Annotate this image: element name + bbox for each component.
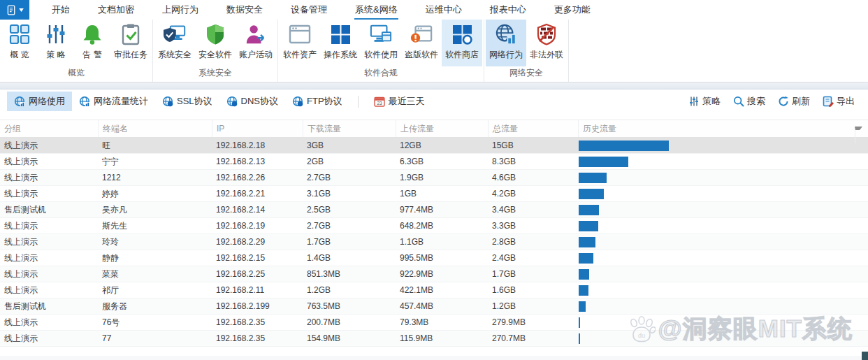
ribbon-item-label: 软件商店 — [445, 49, 479, 61]
ribbon: 概 览 策 略 告 警 — [0, 20, 868, 82]
squares-icon — [329, 23, 352, 45]
cell-history-traffic — [578, 234, 868, 250]
shield-green-icon — [204, 23, 226, 45]
menu-item-doc-encrypt[interactable]: 文档加密 — [84, 0, 148, 20]
globe-icon — [14, 96, 25, 107]
table-row[interactable]: 售后测试机 服务器 192.168.2.199 763.5MB 457.4MB … — [0, 298, 868, 315]
cell-terminal-name: 宁宁 — [98, 156, 212, 168]
export-button[interactable]: 导出 — [816, 95, 861, 108]
cell-total: 4.6GB — [488, 173, 578, 182]
ribbon-item-label: 网络行为 — [489, 49, 523, 61]
sliders-icon — [45, 23, 67, 45]
table-row[interactable]: 线上演示 祁厅 192.168.2.11 1.2GB 422.1MB 1.6GB — [0, 282, 868, 298]
cell-download: 851.3MB — [303, 269, 396, 279]
cell-history-traffic — [578, 282, 868, 298]
table-row[interactable]: 售后测试机 吴亦凡 192.168.2.14 2.5GB 977.4MB 3.4… — [0, 202, 868, 218]
ribbon-item-system-security[interactable]: 系统安全 — [154, 20, 195, 66]
ribbon-item-overview[interactable]: 概 览 — [1, 20, 38, 66]
cell-upload: 922.9MB — [396, 269, 488, 279]
ribbon-item-network-behavior[interactable]: 网络行为 — [486, 20, 526, 66]
table-row[interactable]: 线上演示 宁宁 192.168.2.13 2GB 6.3GB 8.3GB — [0, 154, 868, 170]
cell-terminal-name: 1212 — [98, 173, 212, 182]
table-row[interactable]: 线上演示 玲玲 192.168.2.29 1.7GB 1.1GB 2.8GB — [0, 234, 868, 250]
header-dropdown-caret-icon[interactable] — [855, 127, 862, 143]
ribbon-item-label: 盗版软件 — [405, 49, 438, 61]
column-header-history[interactable]: 历史流量 — [578, 120, 868, 137]
table-row[interactable]: 线上演示 旺 192.168.2.18 3GB 12GB 15GB — [0, 138, 868, 154]
history-traffic-bar — [579, 189, 604, 199]
corner-scrollbar-block[interactable] — [862, 352, 868, 360]
ribbon-item-software-store[interactable]: 软件商店 — [442, 20, 482, 66]
ribbon-group-software-compliance: 软件资产 操作系统 软件使用 — [278, 20, 484, 82]
spacer — [0, 113, 868, 120]
menu-item-web-behavior[interactable]: 上网行为 — [148, 0, 212, 20]
ribbon-item-label: 安全软件 — [198, 49, 232, 61]
table-row[interactable]: 线上演示 静静 192.168.2.15 1.4GB 995.5MB 2.4GB — [0, 250, 868, 266]
column-header-terminal[interactable]: 终端名 — [98, 120, 212, 137]
menu-item-start[interactable]: 开始 — [38, 0, 84, 20]
tab-ssl-protocol[interactable]: SSL协议 — [155, 92, 219, 111]
store-squares-icon — [451, 23, 473, 45]
menu-item-more[interactable]: 更多功能 — [540, 0, 605, 20]
ribbon-item-label: 策 略 — [46, 49, 65, 61]
tab-dns-protocol[interactable]: DNS协议 — [219, 92, 285, 111]
cell-ip: 192.168.2.26 — [212, 173, 303, 182]
table-row[interactable]: 线上演示 77 192.168.2.35 154.9MB 115.9MB 270… — [0, 331, 868, 347]
column-header-upload[interactable]: 上传流量 — [396, 120, 488, 137]
cell-history-traffic — [578, 218, 868, 233]
ribbon-item-alerts[interactable]: 告 警 — [74, 20, 110, 66]
cell-total: 279.9MB — [488, 317, 578, 327]
table-row[interactable]: 线上演示 婷婷 192.168.2.21 3.1GB 1GB 4.2GB — [0, 186, 868, 202]
menu-item-device-mgmt[interactable]: 设备管理 — [277, 0, 341, 20]
globe-dns-icon — [226, 96, 238, 107]
cell-upload: 115.9MB — [396, 333, 488, 343]
table-row[interactable]: 线上演示 1212 192.168.2.26 2.7GB 1.9GB 4.6GB — [0, 170, 868, 186]
cell-terminal-name: 77 — [98, 333, 212, 343]
ribbon-item-label: 非法外联 — [530, 49, 563, 61]
column-header-group[interactable]: 分组 — [0, 120, 98, 137]
ribbon-item-illegal-connection[interactable]: 非法外联 — [526, 20, 567, 66]
ribbon-item-label: 软件资产 — [283, 49, 317, 61]
cell-total: 8.3GB — [488, 157, 578, 166]
ribbon-item-software-assets[interactable]: 软件资产 — [280, 20, 320, 66]
table-row[interactable]: 线上演示 76号 192.168.2.35 200.7MB 79.3MB 279… — [0, 315, 868, 331]
app-menu-button[interactable] — [0, 0, 29, 20]
cell-group: 线上演示 — [0, 252, 98, 264]
window-icon — [289, 23, 311, 45]
menu-item-data-security[interactable]: 数据安全 — [212, 0, 277, 20]
column-header-ip[interactable]: IP — [212, 120, 303, 137]
ribbon-item-operating-system[interactable]: 操作系统 — [320, 20, 361, 66]
tab-ftp-protocol[interactable]: FTP协议 — [285, 92, 349, 111]
ribbon-item-label: 账户活动 — [239, 49, 273, 61]
date-range-button[interactable]: 23 最近三天 — [367, 92, 432, 111]
ribbon-item-approval-tasks[interactable]: 审批任务 — [110, 20, 151, 66]
policy-button[interactable]: 策略 — [682, 95, 727, 108]
search-button[interactable]: 搜索 — [727, 95, 772, 108]
column-header-total[interactable]: 总流量 — [488, 120, 578, 137]
menu-label: 数据安全 — [226, 1, 263, 20]
cell-total: 1.7GB — [488, 269, 578, 279]
tab-label: DNS协议 — [241, 95, 278, 108]
shield-monitor-icon — [164, 23, 186, 45]
tab-label: FTP协议 — [307, 95, 342, 108]
ribbon-item-account-activity[interactable]: 账户活动 — [236, 20, 276, 66]
tab-traffic-stats[interactable]: 网络流量统计 — [72, 92, 155, 111]
ribbon-item-security-software[interactable]: 安全软件 — [195, 20, 236, 66]
refresh-button[interactable]: 刷新 — [772, 95, 816, 108]
svg-text:23: 23 — [377, 101, 382, 106]
cell-download: 1.4GB — [303, 253, 396, 263]
ribbon-item-policy[interactable]: 策 略 — [38, 20, 74, 66]
table-row[interactable]: 线上演示 菜菜 192.168.2.25 851.3MB 922.9MB 1.7… — [0, 266, 868, 282]
cell-download: 200.7MB — [303, 317, 396, 327]
menu-item-report-center[interactable]: 报表中心 — [476, 0, 540, 20]
menu-item-ops-center[interactable]: 运维中心 — [412, 0, 476, 20]
tab-network-usage[interactable]: 网络使用 — [7, 92, 72, 111]
table-row[interactable]: 线上演示 斯先生 192.168.2.19 2.7GB 648.2MB 3.3G… — [0, 218, 868, 234]
ribbon-item-software-usage[interactable]: 软件使用 — [361, 20, 401, 66]
cell-ip: 192.168.2.15 — [212, 253, 303, 263]
ribbon-item-pirated-software[interactable]: 盗版软件 — [401, 20, 442, 66]
cell-upload: 6.3GB — [396, 157, 488, 166]
history-traffic-bar — [579, 141, 669, 151]
menu-item-system-network[interactable]: 系统&网络 — [341, 0, 412, 20]
column-header-download[interactable]: 下载流量 — [303, 120, 396, 137]
